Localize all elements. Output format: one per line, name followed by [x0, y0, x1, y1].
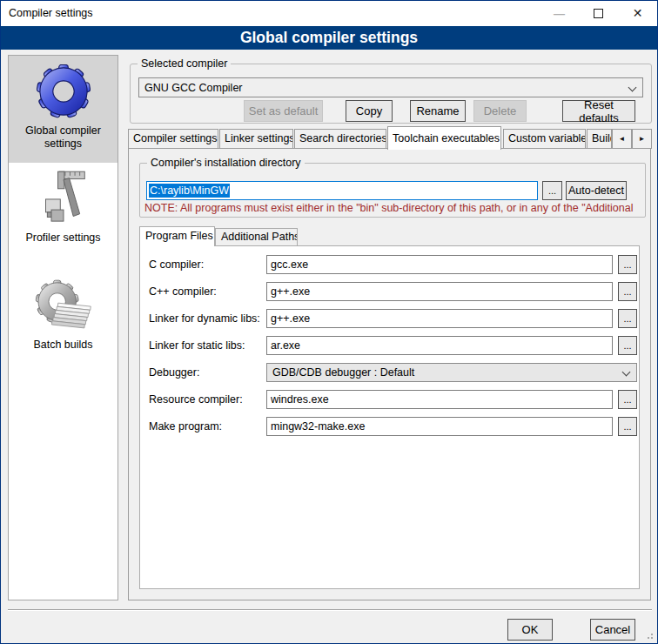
- debugger-dropdown[interactable]: GDB/CDB debugger : Default: [266, 363, 637, 382]
- make-program-input[interactable]: [266, 417, 613, 436]
- tab-build-options[interactable]: Build options: [587, 129, 612, 149]
- maximize-icon: [594, 9, 603, 18]
- debugger-value: GDB/CDB debugger : Default: [272, 366, 414, 379]
- c-compiler-browse-button[interactable]: ...: [618, 255, 637, 274]
- linker-static-input[interactable]: [266, 336, 613, 355]
- settings-category-list: Global compiler settings P: [8, 55, 118, 600]
- resource-compiler-label: Resource compiler:: [149, 390, 243, 409]
- installation-directory-value: C:\raylib\MinGW: [149, 184, 230, 198]
- sidebar-item-profiler-settings[interactable]: Profiler settings: [9, 163, 118, 270]
- minimize-button[interactable]: —: [540, 1, 579, 26]
- chevron-down-icon: [622, 368, 631, 377]
- cancel-button[interactable]: Cancel: [590, 619, 635, 641]
- caliper-icon: [39, 168, 88, 229]
- linker-dynamic-input[interactable]: [266, 309, 613, 328]
- resource-compiler-browse-button[interactable]: ...: [618, 390, 637, 409]
- make-program-browse-button[interactable]: ...: [618, 417, 637, 436]
- tab-custom-variables[interactable]: Custom variables: [503, 129, 586, 149]
- linker-static-label: Linker for static libs:: [149, 336, 245, 355]
- installation-directory-input[interactable]: C:\raylib\MinGW: [146, 181, 538, 200]
- sidebar-item-label: Global compiler settings: [9, 124, 118, 151]
- cpp-compiler-label: C++ compiler:: [149, 282, 217, 301]
- tab-scroll-left-button[interactable]: ◄: [612, 129, 632, 149]
- subtab-program-files[interactable]: Program Files: [139, 226, 215, 246]
- tab-search-directories[interactable]: Search directories: [294, 129, 386, 149]
- sidebar-item-label: Batch builds: [30, 339, 96, 352]
- copy-button[interactable]: Copy: [346, 100, 393, 122]
- compiler-settings-dialog: Compiler settings — ✕ Global compiler se…: [0, 0, 658, 644]
- sidebar-item-label: Profiler settings: [22, 231, 104, 245]
- gray-gear-stack-icon: [34, 275, 93, 336]
- tab-toolchain-executables[interactable]: Toolchain executables: [387, 126, 501, 150]
- page-title: Global compiler settings: [1, 26, 657, 50]
- set-as-default-button[interactable]: Set as default: [244, 100, 323, 122]
- title-bar[interactable]: Compiler settings — ✕: [1, 1, 657, 26]
- sidebar-item-batch-builds[interactable]: Batch builds: [9, 270, 118, 377]
- linker-dynamic-label: Linker for dynamic libs:: [149, 309, 260, 328]
- selected-compiler-group-label: Selected compiler: [138, 57, 231, 70]
- close-icon: ✕: [633, 6, 643, 20]
- resize-grip[interactable]: [645, 631, 653, 639]
- linker-static-browse-button[interactable]: ...: [618, 336, 637, 355]
- cpp-compiler-browse-button[interactable]: ...: [618, 282, 637, 301]
- resource-compiler-input[interactable]: [266, 390, 613, 409]
- program-files-page: C compiler: ... C++ compiler: ... Linker…: [139, 245, 640, 589]
- ok-button[interactable]: OK: [507, 619, 553, 641]
- make-program-label: Make program:: [149, 417, 222, 436]
- maximize-button[interactable]: [579, 1, 618, 26]
- delete-button[interactable]: Delete: [473, 100, 527, 122]
- cpp-compiler-input[interactable]: [266, 282, 613, 301]
- window-title: Compiler settings: [9, 1, 93, 26]
- c-compiler-input[interactable]: [266, 255, 613, 274]
- chevron-down-icon: [628, 84, 637, 92]
- subtab-additional-paths[interactable]: Additional Paths: [215, 228, 298, 246]
- toolchain-executables-panel: Compiler's installation directory C:\ray…: [128, 148, 651, 600]
- arrow-right-icon: ►: [639, 135, 646, 143]
- linker-dynamic-browse-button[interactable]: ...: [618, 309, 637, 328]
- debugger-label: Debugger:: [149, 363, 199, 382]
- reset-defaults-button[interactable]: Reset defaults: [562, 100, 635, 122]
- blue-gear-icon: [37, 61, 91, 122]
- tab-scroll-right-button[interactable]: ►: [632, 129, 652, 149]
- tab-linker-settings[interactable]: Linker settings: [219, 129, 293, 149]
- minimize-icon: —: [554, 7, 565, 20]
- installation-directory-group-label: Compiler's installation directory: [147, 157, 305, 169]
- bin-subdirectory-note: NOTE: All programs must exist either in …: [144, 202, 648, 214]
- installation-directory-browse-button[interactable]: ...: [542, 181, 562, 200]
- footer-divider: [8, 609, 652, 611]
- close-button[interactable]: ✕: [618, 1, 657, 26]
- arrow-left-icon: ◄: [619, 135, 626, 143]
- auto-detect-button[interactable]: Auto-detect: [566, 181, 627, 200]
- rename-button[interactable]: Rename: [410, 100, 466, 122]
- selected-compiler-dropdown[interactable]: GNU GCC Compiler: [138, 77, 643, 97]
- c-compiler-label: C compiler:: [149, 255, 204, 274]
- sidebar-item-global-compiler-settings[interactable]: Global compiler settings: [9, 56, 118, 163]
- selected-compiler-value: GNU GCC Compiler: [144, 82, 243, 94]
- tab-compiler-settings[interactable]: Compiler settings: [128, 129, 218, 149]
